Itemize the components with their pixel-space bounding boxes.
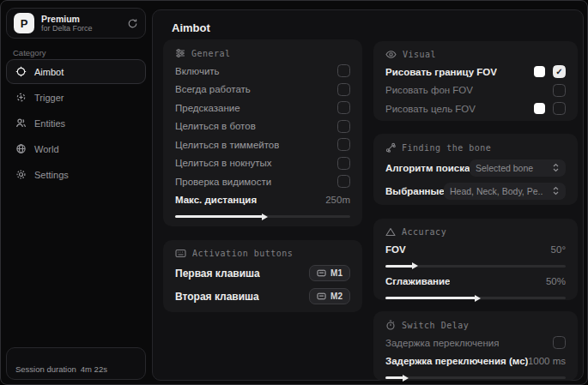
keyboard-icon <box>175 249 186 258</box>
slider-row: FOV 50° <box>385 240 566 259</box>
sidebar-item-world[interactable]: World <box>6 136 146 161</box>
checkbox[interactable] <box>337 64 350 77</box>
keybind-value: M1 <box>330 268 342 278</box>
sidebar-item-label: Trigger <box>34 93 64 103</box>
bone-icon <box>385 142 396 153</box>
setting-label: Всегда работать <box>175 84 251 94</box>
crosshair-icon <box>15 66 27 77</box>
checkbox[interactable] <box>337 101 350 114</box>
checkbox[interactable] <box>337 138 350 151</box>
sidebar-item-label: Settings <box>34 170 69 180</box>
session-value: 4m 22s <box>81 364 107 374</box>
checkbox[interactable] <box>337 120 350 133</box>
setting-row: Целиться в ботов <box>175 117 350 136</box>
setting-row: Целиться в тиммейтов <box>175 135 350 154</box>
dropdown-label: Выбранные кос <box>385 186 444 196</box>
slider-label: Макс. дистанция <box>175 195 257 205</box>
fov-slider[interactable] <box>385 265 566 268</box>
setting-row: Включить <box>175 62 350 81</box>
selected-bones-select[interactable]: Head, Neck, Body, Pe.. <box>444 183 566 200</box>
dropdown-value: Selected bone <box>476 163 533 173</box>
dropdown-row: Выбранные кос Head, Neck, Body, Pe.. <box>385 179 566 202</box>
keybind-value: M2 <box>330 292 342 301</box>
bone-algorithm-select[interactable]: Selected bone <box>470 159 566 177</box>
slider-row: Сглаживание 50% <box>385 273 566 292</box>
slider-fill <box>175 215 263 218</box>
setting-row: Рисовать цель FOV <box>385 99 566 118</box>
keybind-button[interactable]: M1 <box>309 265 350 281</box>
sidebar-item-label: Aimbot <box>34 67 64 77</box>
timer-icon <box>385 320 396 330</box>
sidebar-item-aimbot[interactable]: Aimbot <box>6 59 146 84</box>
checkbox[interactable] <box>337 175 350 188</box>
unfold-icon <box>552 163 560 172</box>
color-swatch[interactable] <box>534 103 545 114</box>
smoothing-slider[interactable] <box>385 297 566 299</box>
color-swatch[interactable] <box>534 66 545 77</box>
distance-slider[interactable] <box>175 215 350 218</box>
slider-row: Задержка переключения (мс) 1000 ms <box>385 352 566 371</box>
app-title: Premium <box>41 14 127 24</box>
sidebar-item-trigger[interactable]: Trigger <box>6 85 146 110</box>
sidebar-item-label: Entities <box>34 118 65 129</box>
setting-label: Предсказание <box>175 103 240 113</box>
main-panel: Aimbot General Включить Всегда работать <box>152 9 584 381</box>
setting-label: Проверка видимости <box>175 177 271 187</box>
slider-fill <box>385 297 476 299</box>
app-subtitle: for Delta Force <box>41 24 127 33</box>
checkbox[interactable] <box>337 83 350 96</box>
checkbox[interactable] <box>553 65 566 78</box>
eye-icon <box>385 50 397 59</box>
sidebar-item-settings[interactable]: Settings <box>6 162 146 187</box>
setting-label: Целиться в ботов <box>175 121 256 131</box>
card-title: Switch Delay <box>402 321 469 330</box>
setting-label: Рисовать фон FOV <box>385 85 473 95</box>
keybind-label: Первая клавиша <box>175 268 260 280</box>
gauge-icon <box>385 227 396 237</box>
delay-slider[interactable] <box>385 376 566 379</box>
app-window: P Premium for Delta Force Category Aimbo… <box>0 0 588 385</box>
setting-row: Проверка видимости <box>175 172 350 191</box>
checkbox[interactable] <box>337 157 350 170</box>
card-title: General <box>191 49 231 58</box>
keybind-row: Вторая клавиша M2 <box>175 285 350 308</box>
card-title: Activation buttons <box>192 249 293 258</box>
switch-delay-card: Switch Delay Задержка переключения Задер… <box>373 311 578 381</box>
slider-fill <box>385 376 403 379</box>
sidebar-item-entities[interactable]: Entities <box>6 111 146 135</box>
session-card: Session duration 4m 22s <box>6 347 146 380</box>
unfold-icon <box>552 186 560 196</box>
checkbox[interactable] <box>553 84 566 97</box>
keybind-button[interactable]: M2 <box>309 288 350 304</box>
setting-label: Включить <box>175 66 220 76</box>
sliders-icon <box>175 48 185 58</box>
slider-label: FOV <box>385 244 406 255</box>
visual-card: Visual Рисовать границу FOV Рисовать фон… <box>373 41 578 121</box>
setting-label: Целиться в тиммейтов <box>175 140 279 150</box>
trigger-icon <box>15 92 27 103</box>
setting-row: Всегда работать <box>175 81 350 99</box>
general-card: General Включить Всегда работать Предска… <box>163 39 362 226</box>
accuracy-card: Accuracy FOV 50° Сглаживание 50% <box>373 219 578 300</box>
setting-row: Целиться в нокнутых <box>175 154 350 173</box>
category-label: Category <box>13 48 46 57</box>
sidebar-nav: Aimbot Trigger Entities <box>6 59 146 187</box>
dropdown-value: Head, Neck, Body, Pe.. <box>450 186 543 196</box>
slider-value: 250m <box>325 195 350 205</box>
checkbox[interactable] <box>553 102 566 115</box>
checkbox[interactable] <box>553 336 566 349</box>
slider-label: Сглаживание <box>385 276 450 286</box>
setting-row: Предсказание <box>175 99 350 117</box>
setting-row: Рисовать фон FOV <box>385 81 566 100</box>
logo-card: P Premium for Delta Force <box>6 8 146 39</box>
app-logo: P <box>14 13 34 33</box>
refresh-icon[interactable] <box>127 18 138 29</box>
slider-value: 50° <box>551 244 566 255</box>
people-icon <box>15 117 27 129</box>
slider-value: 1000 ms <box>528 356 566 366</box>
mouse-icon <box>317 292 326 300</box>
setting-row: Задержка переключения <box>385 334 566 352</box>
dropdown-label: Алгоритм поиска кост <box>385 163 470 173</box>
page-title: Aimbot <box>172 21 210 34</box>
setting-label: Рисовать цель FOV <box>385 104 476 114</box>
